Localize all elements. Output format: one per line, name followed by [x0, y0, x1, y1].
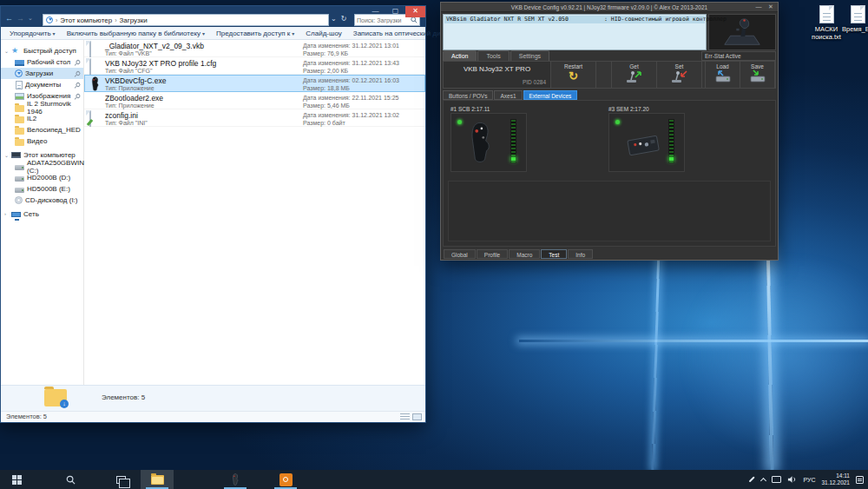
status-bar: Элементов: 5 [1, 411, 425, 422]
device-list-entry[interactable]: VKBsim Gladiator NXT R SEM XT v2.050 : H… [444, 16, 705, 23]
subtab-external-devices[interactable]: External Devices [523, 90, 578, 100]
tab-tools[interactable]: Tools [477, 50, 509, 61]
sidebar-item-il2-sturmovik[interactable]: IL 2 Sturmovik 1946 [1, 102, 83, 113]
breadcrumb-this-pc[interactable]: Этот компьютер [60, 17, 112, 24]
save-icon [748, 69, 767, 83]
breadcrumb-downloads[interactable]: Загрузки [120, 17, 148, 24]
taskbar-vkb-app[interactable] [219, 470, 252, 489]
set-button[interactable]: Set [657, 62, 702, 88]
show-hidden-icons-chevron[interactable] [760, 477, 766, 483]
sidebar-item-drive-d[interactable]: HD2000B (D:) [1, 172, 83, 183]
vkb-toolbar: VKB NJoy32 XT PRO PID 0284 Restart ↻ Get… [443, 61, 776, 89]
pin-icon [73, 69, 82, 78]
close-button[interactable]: ✕ [405, 6, 425, 17]
tab-settings[interactable]: Settings [510, 50, 549, 61]
task-view-icon [116, 476, 126, 484]
desktop-icon-maski[interactable]: МАСКИ поиска.txt [811, 5, 842, 41]
chevron-down-icon[interactable]: ⌄ [4, 48, 9, 54]
details-view-icon[interactable] [400, 413, 410, 420]
breadcrumb-chevron: › [56, 17, 57, 23]
sidebar-item-desktop[interactable]: Рабочий стол [1, 56, 83, 68]
desktop-icon-label: МАСКИ поиска.txt [811, 25, 842, 41]
desktop-icon-vremya[interactable]: Время_Вкл... [842, 5, 868, 33]
tab-info[interactable]: Info [568, 249, 593, 259]
chevron-right-icon[interactable]: › [4, 211, 9, 216]
wallpaper-beam [652, 254, 661, 470]
address-dropdown-icon[interactable]: ⌄ [331, 15, 337, 23]
sidebar-item-downloads[interactable]: Загрузки [1, 68, 83, 79]
search-input[interactable] [355, 17, 411, 23]
file-row-profile-cfg[interactable]: VKB NJoy32 XT PRO profile 1.cfg Тип: Фай… [84, 57, 425, 75]
display-tray-icon[interactable] [772, 476, 781, 483]
maximize-button[interactable]: ▢ [385, 6, 405, 17]
file-list: _Gladiator_NXT_v2_09_3.vkb Тип: Файл "VK… [84, 40, 425, 385]
refresh-icon[interactable]: ↻ [341, 15, 347, 23]
file-row-gladiator-vkb[interactable]: _Gladiator_NXT_v2_09_3.vkb Тип: Файл "VK… [84, 40, 425, 57]
orange-app-icon [279, 473, 293, 486]
sidebar-item-il2[interactable]: IL2 [1, 113, 83, 124]
file-row-zbootloader-exe[interactable]: ZBootloader2.exe Тип: Приложение Дата из… [84, 92, 425, 109]
connected-device-box: VKB NJoy32 XT PRO PID 0284 [444, 62, 551, 88]
thumbnails-view-icon[interactable] [412, 413, 422, 420]
burn-disc-button[interactable]: Записать на оптический диск [353, 30, 447, 37]
tab-global[interactable]: Global [444, 249, 476, 259]
save-button[interactable]: Save [740, 62, 775, 88]
minimize-button[interactable]: — [365, 6, 385, 17]
chevron-down-icon[interactable]: ⌄ [4, 152, 9, 158]
history-dropdown-icon[interactable]: ⌄ [28, 15, 33, 22]
action-center-icon[interactable] [856, 476, 864, 484]
pen-tray-icon[interactable] [749, 477, 755, 483]
include-in-library-menu[interactable]: Включить выбранную папку в библиотеку▾ [67, 30, 205, 37]
drive-icon [15, 188, 24, 193]
file-row-vkbdevcfg-exe[interactable]: VKBDevCfg-C.exe Тип: Приложение Дата изм… [84, 75, 425, 92]
tab-action[interactable]: Action [443, 50, 477, 61]
restart-button[interactable]: Restart ↻ [551, 62, 596, 88]
sidebar-item-velosiped[interactable]: Велосипед_HED [1, 124, 83, 135]
sidebar-item-cd-drive[interactable]: CD-дисковод (I:) [1, 195, 83, 206]
share-menu[interactable]: Предоставить доступ к▾ [216, 30, 294, 37]
sidebar-item-drive-c[interactable]: ADATA250GBWIN (C:) [1, 161, 83, 172]
minimize-button[interactable]: — [753, 3, 765, 11]
explorer-window: — ▢ ✕ ← → ⌄ › Этот компьютер › Загрузки … [0, 5, 426, 423]
tab-profile[interactable]: Profile [477, 249, 508, 259]
joystick-app-icon [231, 473, 240, 486]
language-indicator[interactable]: РУС [803, 477, 815, 483]
folder-icon [15, 116, 24, 123]
subtab-buttons-povs[interactable]: Buttons / POVs [443, 90, 493, 100]
device-list[interactable]: VKBsim Gladiator NXT R SEM XT v2.050 : H… [443, 14, 707, 50]
sidebar-item-drive-e[interactable]: HD5000B (E:) [1, 183, 83, 195]
vkb-titlebar[interactable]: VKB Device Config v0.92.21 | NJoy32 firm… [441, 3, 778, 12]
tab-test[interactable]: Test [541, 249, 567, 259]
get-button[interactable]: Get [612, 62, 657, 88]
navigation-pane: ⌄ Быстрый доступ Рабочий стол Загрузки Д [1, 40, 84, 385]
slideshow-button[interactable]: Слайд-шоу [306, 30, 341, 37]
status-led [457, 120, 462, 124]
volume-icon[interactable] [787, 475, 797, 484]
sidebar-item-documents[interactable]: Документы [1, 79, 83, 90]
time: 14:11 [821, 472, 850, 479]
load-button[interactable]: Load [706, 62, 740, 88]
forward-button[interactable]: → [16, 14, 24, 23]
ext-device-label-sem: #3 SEM 2:17.20 [608, 106, 649, 112]
back-button[interactable]: ← [5, 14, 13, 23]
taskbar-search-button[interactable] [54, 470, 87, 489]
load-icon [713, 69, 733, 83]
task-view-button[interactable] [104, 470, 137, 489]
organize-menu[interactable]: Упорядочить▾ [10, 30, 56, 37]
subtab-axes[interactable]: Axes1 [494, 90, 522, 100]
clock[interactable]: 14:11 31.12.2021 [821, 472, 850, 487]
sidebar-section-quick-access[interactable]: ⌄ Быстрый доступ [1, 44, 83, 56]
taskbar-file-explorer[interactable] [141, 470, 174, 489]
cd-drive-icon [15, 196, 23, 204]
address-bar[interactable]: › Этот компьютер › Загрузки [43, 14, 329, 26]
taskbar-orange-app[interactable] [269, 470, 302, 489]
file-row-zconfig-ini[interactable]: zconfig.ini Тип: Файл "INI" Дата изменен… [84, 109, 425, 127]
start-button[interactable] [0, 470, 33, 489]
downloads-folder-large-icon [44, 389, 67, 406]
tab-macro[interactable]: Macro [509, 249, 540, 259]
sidebar-item-video[interactable]: Видео [1, 135, 83, 147]
sidebar-section-network[interactable]: › Сеть [1, 208, 83, 220]
cfg-file-icon [89, 58, 91, 75]
close-button[interactable]: ✕ [765, 3, 777, 11]
details-items-count: Элементов: 5 [102, 393, 145, 401]
